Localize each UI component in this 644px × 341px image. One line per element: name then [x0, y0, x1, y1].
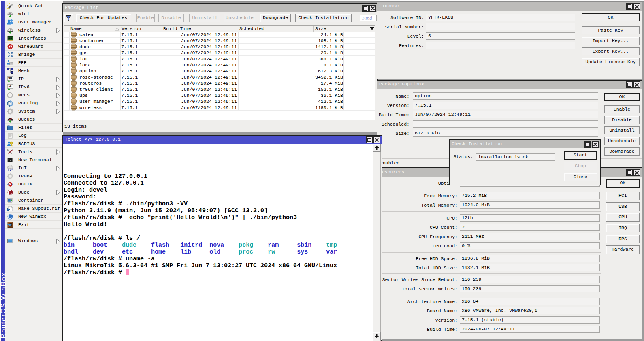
- svg-text:255: 255: [8, 77, 12, 80]
- svg-text:v6: v6: [8, 85, 11, 88]
